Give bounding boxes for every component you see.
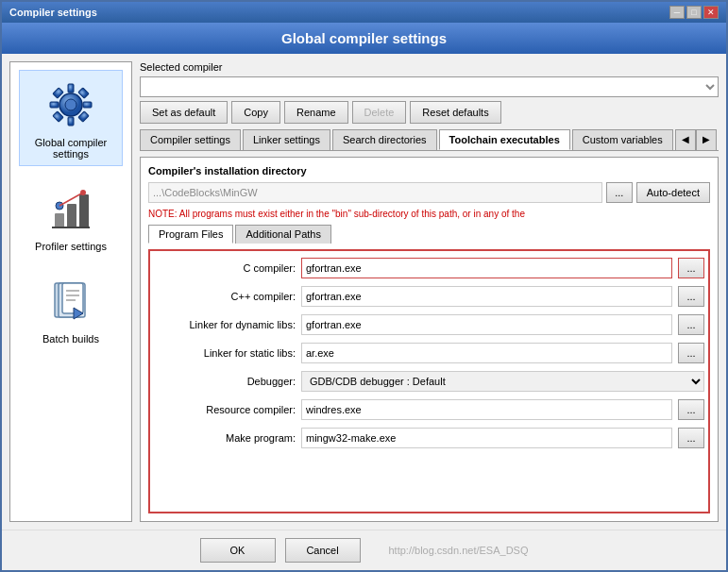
debugger-dropdown[interactable]: GDB/CDB debugger : Default xyxy=(301,371,704,392)
sidebar-label-global: Global compilersettings xyxy=(35,137,107,160)
resource-compiler-input[interactable] xyxy=(301,399,672,420)
tab-custom-variables[interactable]: Custom variables xyxy=(572,129,673,150)
titlebar-controls: ─ □ ✕ xyxy=(669,6,719,19)
install-dir-label: Compiler's installation directory xyxy=(148,165,710,177)
dialog-header: Global compiler settings xyxy=(2,23,726,54)
linker-dynamic-row: Linker for dynamic libs: ... xyxy=(154,311,704,338)
rename-button[interactable]: Rename xyxy=(284,101,348,124)
compiler-dropdown[interactable] xyxy=(140,76,719,97)
tab-compiler-settings[interactable]: Compiler settings xyxy=(140,129,241,150)
compiler-selector: Selected compiler Set as default Copy Re… xyxy=(140,61,719,124)
fields-panel: C compiler: ... C++ compiler: ... Linker… xyxy=(148,249,710,513)
compiler-button-row: Set as default Copy Rename Delete Reset … xyxy=(140,101,719,124)
svg-rect-2 xyxy=(68,84,74,93)
maximize-button[interactable]: □ xyxy=(686,6,702,19)
main-content: Selected compiler Set as default Copy Re… xyxy=(140,61,719,522)
sidebar-label-profiler: Profiler settings xyxy=(35,241,107,252)
cpp-compiler-browse[interactable]: ... xyxy=(678,286,704,307)
svg-rect-8 xyxy=(53,111,63,122)
tabs-row: Compiler settings Linker settings Search… xyxy=(140,129,719,151)
svg-rect-3 xyxy=(68,117,74,126)
resource-compiler-browse[interactable]: ... xyxy=(678,399,704,420)
svg-point-1 xyxy=(65,99,76,110)
note-text: NOTE: All programs must exist either in … xyxy=(148,209,710,219)
install-dir-row: ... Auto-detect xyxy=(148,182,710,203)
c-compiler-label: C compiler: xyxy=(154,262,296,274)
subtab-additional-paths[interactable]: Additional Paths xyxy=(235,225,331,244)
sidebar: Global compilersettings Profiler settin xyxy=(9,61,132,522)
sidebar-label-batch: Batch builds xyxy=(42,333,99,345)
cpp-compiler-label: C++ compiler: xyxy=(154,291,296,302)
minimize-button[interactable]: ─ xyxy=(669,6,685,19)
svg-rect-7 xyxy=(78,88,89,98)
make-program-input[interactable] xyxy=(301,428,672,448)
tab-arrow-right[interactable]: ▶ xyxy=(696,129,717,150)
svg-rect-19 xyxy=(62,283,83,313)
cpp-compiler-input[interactable] xyxy=(301,286,672,307)
sidebar-item-global-compiler[interactable]: Global compilersettings xyxy=(19,70,123,166)
resource-compiler-label: Resource compiler: xyxy=(154,404,296,415)
watermark: http://blog.csdn.net/ESA_DSQ xyxy=(389,545,529,556)
debugger-label: Debugger: xyxy=(154,376,296,387)
batch-icon xyxy=(42,273,99,329)
main-window: Compiler settings ─ □ ✕ Global compiler … xyxy=(0,0,728,572)
linker-static-browse[interactable]: ... xyxy=(678,343,704,363)
dialog-body: Global compilersettings Profiler settin xyxy=(2,54,726,530)
c-compiler-row: C compiler: ... xyxy=(154,255,704,281)
window-title: Compiler settings xyxy=(9,7,97,18)
make-program-row: Make program: ... xyxy=(154,425,704,451)
dialog-footer: OK Cancel http://blog.csdn.net/ESA_DSQ xyxy=(2,530,726,570)
tab-arrow-left[interactable]: ◀ xyxy=(675,129,696,150)
subtabs-row: Program Files Additional Paths xyxy=(148,225,710,244)
sidebar-item-profiler[interactable]: Profiler settings xyxy=(19,174,123,259)
svg-rect-5 xyxy=(83,102,92,108)
svg-rect-9 xyxy=(78,111,89,122)
subtab-program-files[interactable]: Program Files xyxy=(148,225,233,244)
make-program-browse[interactable]: ... xyxy=(678,428,704,448)
linker-static-input[interactable] xyxy=(301,343,672,363)
tab-linker-settings[interactable]: Linker settings xyxy=(243,129,330,150)
compiler-label: Selected compiler xyxy=(140,61,719,73)
compiler-select-row xyxy=(140,76,719,97)
profiler-icon xyxy=(42,180,99,237)
cpp-compiler-row: C++ compiler: ... xyxy=(154,283,704,310)
svg-rect-6 xyxy=(53,88,63,98)
svg-point-16 xyxy=(80,190,86,195)
tab-toolchain-executables[interactable]: Toolchain executables xyxy=(439,129,570,150)
linker-static-label: Linker for static libs: xyxy=(154,347,296,359)
c-compiler-browse[interactable]: ... xyxy=(678,258,704,278)
c-compiler-input[interactable] xyxy=(301,258,672,278)
svg-rect-10 xyxy=(55,213,64,227)
dialog-title: Global compiler settings xyxy=(281,30,447,46)
linker-dynamic-label: Linker for dynamic libs: xyxy=(154,319,296,330)
make-program-label: Make program: xyxy=(154,432,296,444)
install-dir-browse-button[interactable]: ... xyxy=(606,182,633,203)
sidebar-item-batch[interactable]: Batch builds xyxy=(19,266,123,351)
set-default-button[interactable]: Set as default xyxy=(140,101,228,124)
svg-rect-4 xyxy=(50,102,59,108)
close-button[interactable]: ✕ xyxy=(703,6,719,19)
content-panel: Compiler's installation directory ... Au… xyxy=(140,157,719,522)
gear-svg xyxy=(45,79,96,130)
tab-search-directories[interactable]: Search directories xyxy=(332,129,437,150)
auto-detect-button[interactable]: Auto-detect xyxy=(636,182,710,203)
delete-button[interactable]: Delete xyxy=(352,101,407,124)
linker-dynamic-input[interactable] xyxy=(301,314,672,335)
copy-button[interactable]: Copy xyxy=(231,101,280,124)
resource-compiler-row: Resource compiler: ... xyxy=(154,396,704,423)
svg-rect-11 xyxy=(67,204,76,227)
install-dir-input[interactable] xyxy=(148,182,602,203)
gear-icon xyxy=(42,76,99,133)
titlebar: Compiler settings ─ □ ✕ xyxy=(2,2,726,23)
reset-defaults-button[interactable]: Reset defaults xyxy=(410,101,500,124)
svg-rect-12 xyxy=(79,194,89,227)
debugger-row: Debugger: GDB/CDB debugger : Default xyxy=(154,368,704,395)
linker-dynamic-browse[interactable]: ... xyxy=(678,314,704,335)
cancel-button[interactable]: Cancel xyxy=(285,538,361,563)
ok-button[interactable]: OK xyxy=(200,538,276,563)
linker-static-row: Linker for static libs: ... xyxy=(154,340,704,366)
